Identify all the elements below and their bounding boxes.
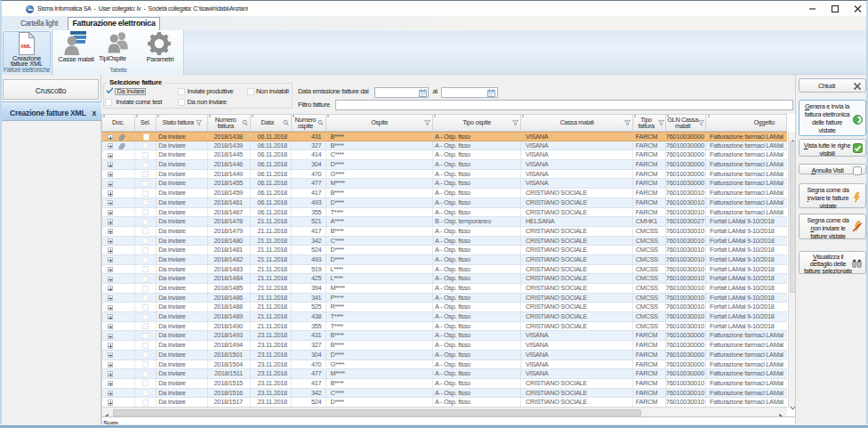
svg-text:XML: XML <box>20 44 32 49</box>
